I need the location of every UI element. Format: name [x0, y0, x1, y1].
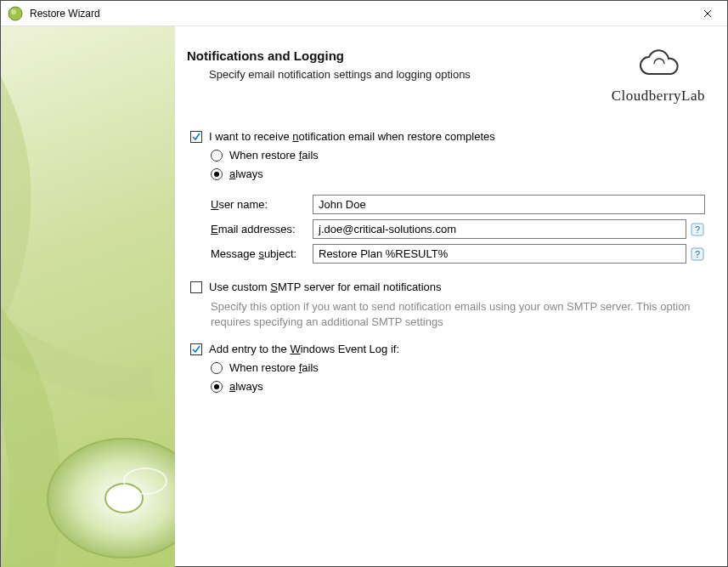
window-title: Restore Wizard	[30, 8, 688, 20]
username-input[interactable]	[313, 195, 705, 214]
notify-always-label: always	[229, 167, 263, 180]
page-title: Notifications and Logging	[187, 48, 471, 63]
notify-when-fails-label: When restore fails	[229, 149, 319, 162]
header-text: Notifications and Logging Specify email …	[187, 48, 471, 81]
email-input[interactable]	[313, 219, 686, 239]
help-icon: ?	[691, 247, 704, 261]
subject-label: Message subject:	[211, 247, 313, 260]
form: I want to receive notification email whe…	[187, 130, 705, 399]
notify-checkbox-row[interactable]: I want to receive notification email whe…	[190, 130, 705, 143]
restore-wizard-window: Restore Wizard	[0, 0, 728, 567]
notify-checkbox[interactable]	[190, 131, 202, 143]
notify-checkbox-label: I want to receive notification email whe…	[209, 130, 495, 143]
notify-when-fails-radio-row[interactable]: When restore fails	[211, 149, 705, 162]
close-button[interactable]	[688, 1, 727, 26]
main-content: Notifications and Logging Specify email …	[175, 26, 727, 567]
username-label: User name:	[211, 198, 313, 211]
svg-point-1	[11, 9, 16, 14]
eventlog-when-fails-radio-row[interactable]: When restore fails	[211, 361, 705, 374]
subject-row: Message subject: ?	[211, 244, 705, 264]
notify-when-fails-radio[interactable]	[211, 150, 223, 162]
eventlog-always-radio[interactable]	[211, 381, 223, 393]
brand-logo: CloudberryLab	[612, 48, 705, 105]
email-label: Email addresses:	[211, 223, 313, 235]
smtp-checkbox-label: Use custom SMTP server for email notific…	[209, 281, 442, 293]
wizard-side-art	[1, 26, 175, 567]
eventlog-when-fails-label: When restore fails	[229, 361, 319, 374]
close-icon	[703, 9, 712, 18]
subject-help-button[interactable]: ?	[690, 247, 705, 262]
cloud-icon	[634, 48, 683, 82]
email-row: Email addresses: ?	[211, 219, 705, 239]
email-help-button[interactable]: ?	[690, 222, 705, 237]
eventlog-checkbox-row[interactable]: Add entry to the Windows Event Log if:	[190, 343, 705, 355]
help-icon: ?	[691, 223, 704, 236]
eventlog-checkbox-label: Add entry to the Windows Event Log if:	[209, 343, 399, 355]
brand-name: CloudberryLab	[612, 88, 705, 105]
titlebar: Restore Wizard	[1, 1, 727, 26]
notify-always-radio-row[interactable]: always	[211, 167, 705, 180]
subject-input[interactable]	[313, 244, 686, 264]
body: Notifications and Logging Specify email …	[1, 26, 727, 567]
svg-text:?: ?	[695, 249, 700, 259]
eventlog-checkbox[interactable]	[190, 343, 202, 355]
notify-always-radio[interactable]	[211, 168, 223, 180]
eventlog-always-label: always	[229, 380, 263, 393]
eventlog-when-fails-radio[interactable]	[211, 362, 223, 374]
smtp-checkbox-row[interactable]: Use custom SMTP server for email notific…	[190, 281, 705, 293]
decorative-art	[1, 26, 175, 567]
svg-point-3	[105, 484, 143, 513]
page-subtitle: Specify email notification settings and …	[209, 68, 471, 81]
username-row: User name:	[211, 195, 705, 214]
smtp-checkbox[interactable]	[190, 281, 202, 293]
eventlog-always-radio-row[interactable]: always	[211, 380, 705, 393]
app-icon	[8, 6, 23, 21]
svg-text:?: ?	[695, 224, 700, 235]
smtp-hint: Specify this option if you want to send …	[211, 299, 705, 329]
header-row: Notifications and Logging Specify email …	[187, 48, 705, 105]
